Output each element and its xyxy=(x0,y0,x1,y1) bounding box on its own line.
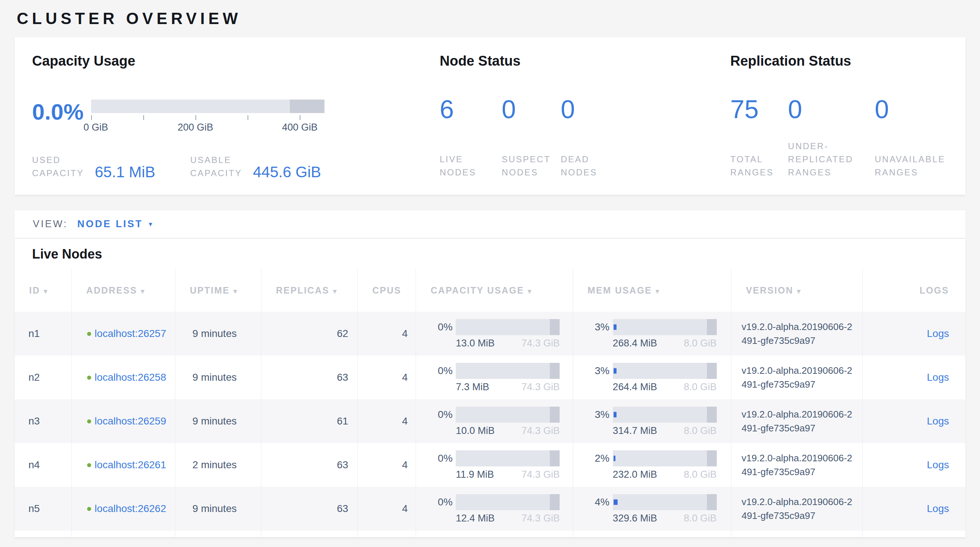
node-status-stats: 6 LIVE NODES 0 SUSPECT NODES 0 DEAD NODE… xyxy=(440,96,730,179)
node-id: n4 xyxy=(14,443,72,487)
mem-used: 268.4 MiB xyxy=(613,338,657,348)
table-header-row: ID▾ ADDRESS▾ UPTIME▾ REPLICAS▾ CPUS CAPA… xyxy=(14,269,966,312)
node-capacity-usage-cell: 0% 7.3 MiB74.3 GiB xyxy=(416,356,573,399)
usable-capacity-label: USABLE CAPACITY xyxy=(190,154,248,180)
mem-total: 8.0 GiB xyxy=(684,425,717,436)
table-row: n2 localhost:26258 9 minutes 63 4 0% 7.3… xyxy=(14,356,966,399)
capacity-bar-dark-segment xyxy=(550,494,560,510)
capacity-used: 13.0 MiB xyxy=(456,338,495,348)
column-header-id[interactable]: ID▾ xyxy=(14,269,72,312)
capacity-gauge-labels: 0 GiB 200 GiB 400 GiB xyxy=(91,122,325,133)
usable-capacity-stat: USABLE CAPACITY 445.6 GiB xyxy=(190,154,321,180)
node-version: v19.2.0-alpha.20190606-2491-gfe735c9a97 xyxy=(731,356,862,399)
column-header-uptime[interactable]: UPTIME▾ xyxy=(175,269,261,312)
capacity-percent: 0% xyxy=(416,407,452,436)
node-address-link[interactable]: localhost:26258 xyxy=(95,370,169,384)
chevron-down-icon[interactable]: ▾ xyxy=(149,220,153,228)
node-logs-cell: Logs xyxy=(862,487,966,531)
table-row: n3 localhost:26259 9 minutes 61 4 0% 10.… xyxy=(14,399,966,443)
logs-link[interactable]: Logs xyxy=(927,503,949,514)
logs-link[interactable]: Logs xyxy=(927,459,949,471)
dead-nodes-stat: 0 DEAD NODES xyxy=(561,96,612,179)
node-cpus: 4 xyxy=(358,312,416,356)
sort-arrow-icon[interactable]: ▾ xyxy=(233,287,238,295)
capacity-gauge-ticks xyxy=(91,115,325,120)
node-uptime: 9 minutes xyxy=(175,487,261,531)
live-nodes-title: Live Nodes xyxy=(14,239,966,269)
tick-mark xyxy=(300,115,301,120)
replication-status-section: Replication Status 75 TOTAL RANGES 0 UND… xyxy=(730,53,951,195)
node-address-cell: localhost:26257 xyxy=(72,312,175,356)
node-version: v19.2.0-alpha.20190606-2491-gfe735c9a97 xyxy=(731,312,862,356)
live-nodes-card: Live Nodes ID▾ ADDRESS▾ UPTIME▾ REPLICAS… xyxy=(14,239,966,537)
logs-link[interactable]: Logs xyxy=(927,328,949,339)
logs-link[interactable]: Logs xyxy=(927,372,949,383)
column-header-replicas[interactable]: REPLICAS▾ xyxy=(261,269,357,312)
capacity-used: 7.3 MiB xyxy=(456,382,489,393)
mem-percent: 2% xyxy=(573,450,609,480)
capacity-stats: USED CAPACITY 65.1 MiB USABLE CAPACITY 4… xyxy=(32,154,440,180)
replication-status-title: Replication Status xyxy=(730,53,951,69)
node-id: n3 xyxy=(14,399,72,443)
node-address-cell: localhost:26261 xyxy=(72,443,175,487)
capacity-percent: 0% xyxy=(416,494,452,524)
live-status-dot-icon xyxy=(87,332,91,336)
node-uptime: 2 minutes xyxy=(175,443,261,487)
sort-arrow-icon[interactable]: ▾ xyxy=(141,287,145,295)
capacity-total: 74.3 GiB xyxy=(521,382,560,393)
view-selected-value[interactable]: NODE LIST xyxy=(77,218,143,230)
column-header-mem-usage[interactable]: MEM USAGE▾ xyxy=(573,269,731,312)
node-address-link[interactable]: localhost:26259 xyxy=(95,414,169,428)
node-cpus: 4 xyxy=(358,443,416,487)
mem-used: 264.4 MiB xyxy=(613,382,657,393)
node-mem-usage-cell: 3% 268.4 MiB8.0 GiB xyxy=(573,312,731,356)
sort-arrow-icon[interactable]: ▾ xyxy=(528,287,532,295)
mem-total: 8.0 GiB xyxy=(684,469,717,480)
total-ranges-value: 75 xyxy=(730,96,788,123)
mem-percent: 3% xyxy=(573,407,609,436)
node-address-cell: localhost:26259 xyxy=(72,399,175,443)
node-capacity-usage-cell: 0% 10.0 MiB74.3 GiB xyxy=(416,399,573,443)
capacity-total: 74.3 GiB xyxy=(521,513,560,524)
node-address-link[interactable]: localhost:26262 xyxy=(95,502,169,516)
sort-arrow-icon[interactable]: ▾ xyxy=(44,287,48,295)
mem-total: 8.0 GiB xyxy=(684,382,717,393)
live-nodes-table: ID▾ ADDRESS▾ UPTIME▾ REPLICAS▾ CPUS CAPA… xyxy=(14,269,966,537)
capacity-percent: 0% xyxy=(416,319,452,348)
view-selector-dropdown[interactable]: NODE LIST ▾ xyxy=(77,218,153,230)
sort-arrow-icon[interactable]: ▾ xyxy=(655,287,660,295)
tick-mark xyxy=(91,115,92,120)
capacity-usage-section: Capacity Usage 0.0% xyxy=(32,53,440,195)
partial-next-row xyxy=(14,531,966,537)
node-logs-cell: Logs xyxy=(862,443,966,487)
capacity-bar-dark-segment xyxy=(550,407,560,423)
live-nodes-label: LIVE NODES xyxy=(440,153,487,179)
column-header-version[interactable]: VERSION▾ xyxy=(731,269,862,312)
sort-arrow-icon[interactable]: ▾ xyxy=(797,287,801,295)
node-mem-usage-cell: 3% 264.4 MiB8.0 GiB xyxy=(573,356,731,399)
mem-used: 329.6 MiB xyxy=(613,513,657,524)
capacity-percent: 0% xyxy=(416,450,452,480)
column-header-address[interactable]: ADDRESS▾ xyxy=(72,269,175,312)
summary-card: Capacity Usage 0.0% xyxy=(14,37,966,195)
capacity-total: 74.3 GiB xyxy=(521,425,560,436)
node-address-link[interactable]: localhost:26257 xyxy=(95,327,169,340)
live-nodes-value: 6 xyxy=(440,96,502,123)
mem-percent: 4% xyxy=(573,494,609,524)
view-bar: VIEW: NODE LIST ▾ xyxy=(14,210,966,238)
logs-link[interactable]: Logs xyxy=(927,415,949,427)
unavailable-ranges-value: 0 xyxy=(875,96,951,123)
unavailable-ranges-stat: 0 UNAVAILABLE RANGES xyxy=(875,96,951,179)
node-address-link[interactable]: localhost:26261 xyxy=(95,458,169,472)
column-header-capacity-usage[interactable]: CAPACITY USAGE▾ xyxy=(416,269,573,312)
mem-bar-dark-segment xyxy=(707,450,717,466)
usable-capacity-value: 445.6 GiB xyxy=(253,164,321,180)
tick-label: 0 GiB xyxy=(83,122,108,133)
mem-bar xyxy=(613,407,717,423)
mem-bar-dark-segment xyxy=(707,407,717,423)
capacity-bar xyxy=(456,319,560,335)
node-address-cell: localhost:26262 xyxy=(72,487,175,531)
sort-arrow-icon[interactable]: ▾ xyxy=(333,287,337,295)
under-replicated-ranges-stat: 0 UNDER-REPLICATED RANGES xyxy=(788,96,875,179)
column-header-logs: LOGS xyxy=(862,269,966,312)
